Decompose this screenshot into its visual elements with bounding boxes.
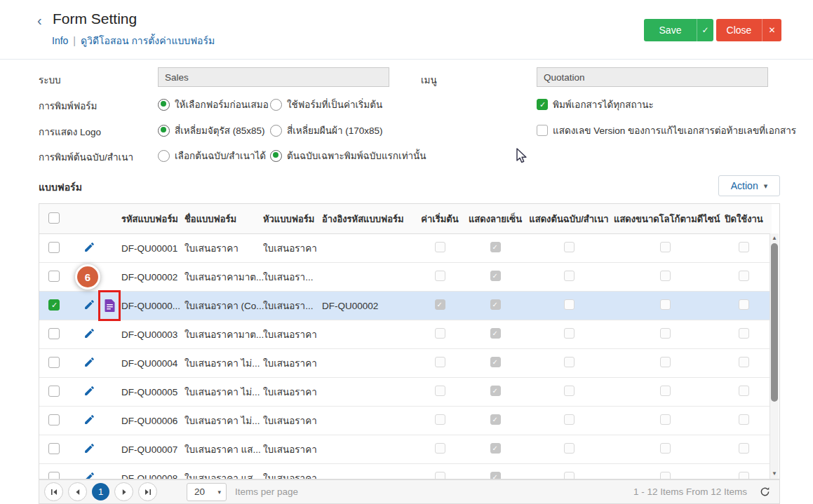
- radio-label: ต้นฉบับเฉพาะพิมพ์ฉบับแรกเท่านั้น: [287, 148, 426, 163]
- select-all-checkbox[interactable]: [48, 212, 60, 224]
- flag-default-checkbox: [435, 414, 445, 425]
- form-table-body: DF-QU00001 ใบเสนอราคา ใบเสนอราคา 6 DF-QU…: [39, 234, 772, 480]
- cell-form-code: DF-QU00002: [121, 263, 184, 292]
- radio-label: ใช้ฟอร์มที่เป็นค่าเริ่มต้น: [287, 97, 382, 112]
- page-header: ‹ Form Setting Info|ดูวิดีโอสอน การตั้งค…: [0, 0, 813, 60]
- flag-original-copy-checkbox: [564, 443, 575, 454]
- cell-form-ref: [322, 263, 413, 292]
- edit-pencil-icon[interactable]: [83, 356, 95, 370]
- edit-pencil-icon[interactable]: [83, 385, 95, 399]
- table-row[interactable]: DF-QU00003 ใบเสนอราคามาต... ใบเสนอราคา: [39, 320, 772, 349]
- previous-page-button[interactable]: [68, 482, 87, 501]
- radio-use-default-form[interactable]: [270, 99, 282, 111]
- page-size-select[interactable]: 20 ▾: [187, 483, 227, 501]
- flag-default-checkbox: [435, 386, 445, 396]
- cell-form-ref: [322, 464, 413, 480]
- col-header-form-ref: อ้างอิงรหัสแบบฟอร์ม: [322, 204, 413, 234]
- flag-signature-checkbox: [490, 443, 501, 454]
- forms-section-title: แบบฟอร์ม: [39, 179, 82, 195]
- edit-pencil-icon[interactable]: [83, 299, 95, 313]
- table-row[interactable]: DF-QU0000... ใบเสนอราคา (Co... ใบเสนอรา.…: [39, 292, 772, 320]
- flag-logo-size-checkbox: [660, 271, 671, 281]
- refresh-icon[interactable]: [760, 486, 770, 497]
- pagination-bar: 1 20 ▾ Items per page 1 - 12 Items From …: [39, 479, 780, 504]
- back-icon[interactable]: ‹: [37, 13, 42, 29]
- flag-logo-size-checkbox: [660, 414, 671, 425]
- row-select-checkbox[interactable]: [48, 472, 60, 480]
- cell-form-header: ใบเสนอราคา: [263, 234, 322, 263]
- table-row[interactable]: DF-QU00004 ใบเสนอราคา ไม่... ใบเสนอราคา: [39, 349, 772, 378]
- print-form-label: การพิมพ์ฟอร์ม: [39, 98, 98, 114]
- last-page-button[interactable]: [138, 482, 157, 501]
- show-version-checkbox[interactable]: [537, 125, 548, 136]
- flag-default-checkbox: [435, 357, 445, 367]
- current-page-button[interactable]: 1: [92, 483, 109, 500]
- flag-disabled-checkbox: [739, 386, 749, 396]
- row-select-checkbox[interactable]: [48, 443, 60, 454]
- scroll-down-icon[interactable]: ▼: [770, 470, 779, 478]
- edit-pencil-icon[interactable]: [83, 414, 95, 428]
- col-header-disabled: ปิดใช้งาน: [716, 204, 772, 234]
- edit-pencil-icon[interactable]: [83, 241, 95, 255]
- info-link[interactable]: Info: [52, 35, 68, 46]
- row-select-checkbox[interactable]: [48, 357, 60, 368]
- cell-form-name: ใบเสนอราคา แส...: [184, 464, 263, 480]
- video-tutorial-link[interactable]: ดูวิดีโอสอน การตั้งค่าแบบฟอร์ม: [81, 35, 215, 46]
- cell-form-name: ใบเสนอราคา แส...: [184, 435, 263, 464]
- radio-label: ให้เลือกฟอร์มก่อนเสมอ: [175, 97, 269, 112]
- table-row[interactable]: 6 DF-QU00002 ใบเสนอราคามาต... ใบเสนอรา..…: [39, 263, 772, 292]
- document-icon[interactable]: [105, 299, 115, 312]
- first-page-button[interactable]: [44, 482, 63, 501]
- edit-pencil-icon[interactable]: [83, 442, 95, 456]
- radio-original-first-print-only[interactable]: [270, 150, 282, 162]
- original-copy-label: การพิมพ์ต้นฉบับ/สำเนา: [39, 149, 133, 165]
- cell-form-code: DF-QU00007: [121, 435, 184, 464]
- flag-disabled-checkbox: [739, 271, 749, 281]
- vertical-scrollbar[interactable]: ▲ ▼: [770, 233, 779, 479]
- table-row[interactable]: DF-QU00007 ใบเสนอราคา แส... ใบเสนอราคา: [39, 435, 772, 464]
- col-header-default: ค่าเริ่มต้น: [413, 204, 466, 234]
- close-button[interactable]: Close: [716, 19, 762, 41]
- close-x-icon[interactable]: ✕: [762, 19, 781, 41]
- save-button[interactable]: Save: [644, 19, 697, 41]
- flag-disabled-checkbox: [739, 357, 749, 367]
- radio-logo-square[interactable]: [158, 125, 170, 137]
- flag-original-copy-checkbox: [564, 271, 575, 281]
- next-page-button[interactable]: [114, 482, 133, 501]
- cell-form-ref: [322, 349, 413, 378]
- row-select-checkbox[interactable]: [48, 328, 60, 339]
- mouse-cursor: [516, 148, 529, 168]
- row-select-checkbox[interactable]: [48, 271, 60, 282]
- table-row[interactable]: DF-QU00008 ใบเสนอราคา แส... ใบเสนอราคา: [39, 464, 772, 480]
- save-check-icon[interactable]: ✓: [697, 19, 713, 41]
- row-select-checkbox[interactable]: [48, 299, 60, 311]
- row-select-checkbox[interactable]: [48, 386, 60, 397]
- action-button[interactable]: Action ▾: [718, 175, 780, 196]
- table-row[interactable]: DF-QU00006 ใบเสนอราคา ไม่... ใบเสนอราคา: [39, 407, 772, 435]
- edit-pencil-icon[interactable]: [83, 471, 95, 479]
- print-any-status-checkbox[interactable]: [537, 99, 548, 110]
- select-caret-icon: ▾: [217, 489, 221, 496]
- row-select-checkbox[interactable]: [48, 242, 60, 253]
- original-copy-option-1: เลือกต้นฉบับ/สำเนาได้: [158, 148, 266, 163]
- cell-form-code: DF-QU00008: [121, 464, 184, 480]
- table-row[interactable]: DF-QU00005 ใบเสนอราคา ไม่... ใบเสนอราคา: [39, 378, 772, 407]
- row-select-checkbox[interactable]: [48, 414, 60, 425]
- edit-pencil-icon[interactable]: [83, 327, 95, 341]
- radio-choose-form-first[interactable]: [158, 99, 170, 111]
- col-header-form-code: รหัสแบบฟอร์ม: [121, 204, 184, 234]
- scroll-up-icon[interactable]: ▲: [770, 234, 779, 243]
- logo-display-label: การแสดง Logo: [39, 124, 101, 139]
- print-form-option-2: ใช้ฟอร์มที่เป็นค่าเริ่มต้น: [270, 97, 382, 112]
- page-size-value: 20: [194, 486, 205, 497]
- radio-choose-original-copy[interactable]: [158, 150, 170, 162]
- step-badge: 6: [75, 264, 100, 290]
- flag-original-copy-checkbox: [564, 472, 575, 479]
- col-header-original-copy: แสดงต้นฉบับ/สำเนา: [524, 204, 614, 234]
- flag-original-copy-checkbox: [564, 328, 575, 339]
- scrollbar-thumb[interactable]: [771, 243, 778, 402]
- col-header-form-header: หัวแบบฟอร์ม: [263, 204, 322, 234]
- table-row[interactable]: DF-QU00001 ใบเสนอราคา ใบเสนอราคา: [39, 234, 772, 263]
- cell-form-name: ใบเสนอราคามาต...: [184, 263, 263, 292]
- radio-logo-rectangle[interactable]: [270, 125, 282, 137]
